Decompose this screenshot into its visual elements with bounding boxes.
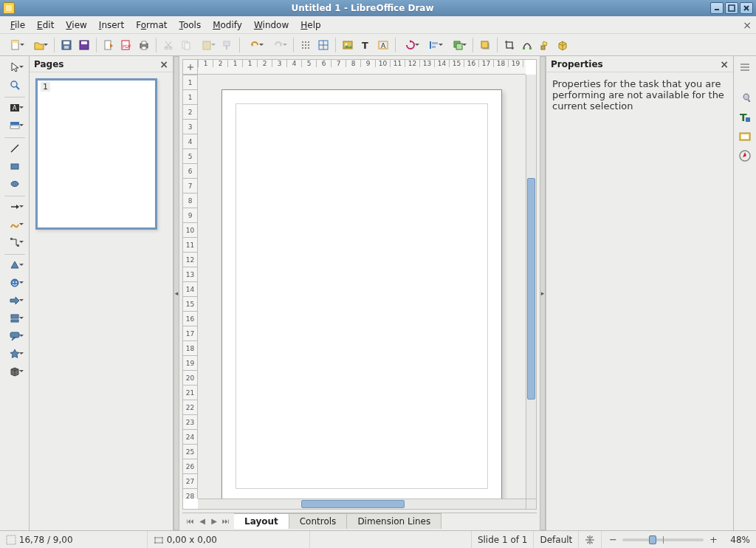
drawing-page[interactable] bbox=[221, 89, 502, 499]
rotate-button[interactable] bbox=[399, 37, 422, 53]
fill-tool[interactable] bbox=[4, 117, 26, 134]
menu-file[interactable]: File bbox=[4, 18, 31, 32]
curve-tool[interactable] bbox=[4, 216, 26, 233]
sidebar-navigator-tab[interactable] bbox=[737, 148, 753, 164]
status-style[interactable]: Default bbox=[540, 535, 572, 545]
ruler-corner[interactable] bbox=[183, 60, 198, 75]
callouts-tool[interactable] bbox=[4, 328, 26, 344]
collapse-properties-handle[interactable]: ▸ bbox=[540, 56, 546, 530]
svg-text:PDF: PDF bbox=[123, 44, 131, 49]
open-button[interactable] bbox=[28, 37, 50, 53]
maximize-button[interactable] bbox=[725, 2, 738, 14]
symbol-shapes-tool[interactable] bbox=[4, 275, 26, 291]
sidebar-properties-tab[interactable] bbox=[737, 90, 753, 106]
shadow-button[interactable] bbox=[477, 37, 493, 53]
tab-prev-button[interactable]: ◀ bbox=[197, 516, 207, 527]
undo-button[interactable] bbox=[244, 37, 266, 53]
edit-points-button[interactable] bbox=[519, 37, 535, 53]
zoom-out-button[interactable]: − bbox=[608, 535, 618, 545]
tab-dimension-lines[interactable]: Dimension Lines bbox=[347, 513, 441, 529]
svg-point-27 bbox=[302, 41, 303, 43]
horizontal-scrollbar[interactable] bbox=[198, 499, 526, 509]
select-tool[interactable] bbox=[4, 59, 26, 75]
sidebar-settings-button[interactable] bbox=[737, 59, 753, 75]
zoom-tool[interactable] bbox=[7, 77, 23, 93]
insert-textbox-button[interactable]: A bbox=[375, 37, 391, 53]
new-button[interactable] bbox=[4, 37, 27, 53]
zoom-in-button[interactable]: + bbox=[708, 535, 718, 545]
ellipse-tool[interactable] bbox=[7, 176, 23, 192]
close-pages-panel-button[interactable]: × bbox=[159, 58, 168, 70]
block-arrows-tool[interactable] bbox=[4, 292, 26, 309]
horizontal-ruler[interactable]: 1211234567891011121314151617181920 bbox=[198, 60, 526, 75]
menu-insert[interactable]: Insert bbox=[93, 18, 130, 32]
flowchart-tool[interactable] bbox=[4, 310, 26, 326]
connector-tool[interactable] bbox=[4, 234, 26, 250]
vertical-scrollbar[interactable] bbox=[526, 75, 536, 499]
close-document-button[interactable]: × bbox=[743, 19, 752, 31]
insert-text-button[interactable]: T bbox=[357, 37, 374, 53]
menu-help[interactable]: Help bbox=[295, 18, 326, 32]
insert-image-button[interactable] bbox=[340, 37, 356, 53]
tab-next-button[interactable]: ▶ bbox=[209, 516, 219, 527]
line-tool[interactable] bbox=[7, 140, 23, 157]
svg-rect-83 bbox=[155, 538, 162, 543]
svg-rect-5 bbox=[12, 41, 18, 43]
svg-rect-45 bbox=[432, 42, 438, 44]
arrow-tool[interactable] bbox=[4, 199, 26, 215]
menu-view[interactable]: View bbox=[60, 18, 92, 32]
close-properties-panel-button[interactable]: × bbox=[720, 58, 729, 70]
close-window-button[interactable] bbox=[740, 2, 753, 14]
menu-modify[interactable]: Modify bbox=[207, 18, 248, 32]
sidebar-styles-tab[interactable]: T bbox=[737, 109, 753, 126]
text-style-tool[interactable]: A bbox=[4, 100, 26, 116]
export-button[interactable] bbox=[100, 37, 117, 53]
arrange-button[interactable] bbox=[447, 37, 469, 53]
properties-panel: Properties × Properties for the task tha… bbox=[546, 56, 734, 530]
extrusion-button[interactable] bbox=[554, 37, 571, 53]
tab-controls[interactable]: Controls bbox=[289, 513, 348, 529]
menu-window[interactable]: Window bbox=[248, 18, 295, 32]
save-button[interactable] bbox=[58, 37, 75, 53]
grid-button[interactable] bbox=[298, 37, 314, 53]
glue-points-button[interactable] bbox=[537, 37, 553, 53]
rectangle-tool[interactable] bbox=[7, 158, 23, 174]
zoom-slider[interactable]: − + bbox=[602, 535, 724, 545]
align-button[interactable] bbox=[423, 37, 445, 53]
page-thumbnail[interactable]: 1 bbox=[35, 78, 157, 230]
redo-button[interactable] bbox=[267, 37, 289, 53]
menu-edit[interactable]: Edit bbox=[31, 18, 60, 32]
helplines-button[interactable] bbox=[315, 37, 331, 53]
sidebar-gallery-tab[interactable] bbox=[737, 129, 753, 145]
cut-button[interactable] bbox=[160, 37, 176, 53]
tab-layout[interactable]: Layout bbox=[234, 513, 289, 529]
tab-last-button[interactable]: ⏭ bbox=[221, 516, 231, 527]
collapse-pages-handle[interactable]: ◂ bbox=[173, 56, 179, 530]
tab-first-button[interactable]: ⏮ bbox=[185, 516, 196, 527]
svg-point-28 bbox=[305, 41, 306, 43]
copy-button[interactable] bbox=[178, 37, 194, 53]
status-position: 16,78 / 9,00 bbox=[19, 535, 73, 545]
svg-text:A: A bbox=[13, 105, 17, 112]
paste-button[interactable] bbox=[196, 37, 218, 53]
crop-button[interactable] bbox=[501, 37, 518, 53]
menu-tools[interactable]: Tools bbox=[173, 18, 207, 32]
minimize-button[interactable] bbox=[710, 2, 724, 14]
svg-rect-16 bbox=[142, 47, 146, 49]
fit-page-button[interactable] bbox=[579, 531, 602, 548]
canvas-viewport[interactable] bbox=[198, 75, 526, 499]
svg-rect-80 bbox=[741, 134, 749, 139]
vertical-ruler[interactable]: 1123456789101112131415161718192021222324… bbox=[183, 75, 198, 499]
svg-point-68 bbox=[16, 281, 17, 283]
export-pdf-button[interactable]: PDF bbox=[118, 37, 134, 53]
statusbar: 16,78 / 9,00 0,00 x 0,00 Slide 1 of 1 De… bbox=[0, 530, 756, 548]
basic-shapes-tool[interactable] bbox=[4, 257, 26, 273]
clone-format-button[interactable] bbox=[219, 37, 236, 53]
save-as-button[interactable] bbox=[76, 37, 92, 53]
status-modified bbox=[310, 531, 472, 548]
print-button[interactable] bbox=[136, 37, 152, 53]
3d-objects-tool[interactable] bbox=[4, 363, 26, 380]
menu-format[interactable]: Format bbox=[130, 18, 173, 32]
stars-tool[interactable] bbox=[4, 346, 26, 362]
status-zoom[interactable]: 48% bbox=[730, 535, 750, 545]
